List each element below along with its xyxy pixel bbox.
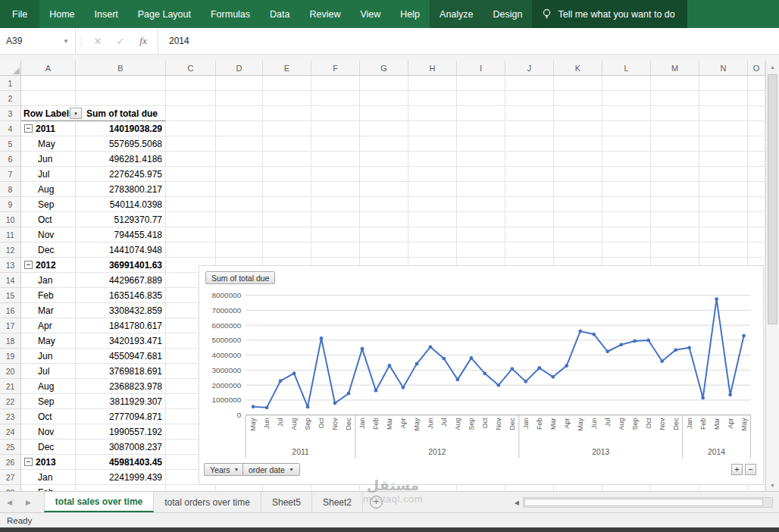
cell-B19[interactable]: 4550947.681 [76, 349, 166, 364]
column-header-H[interactable]: H [408, 61, 457, 76]
row-header-27[interactable]: 27 [0, 470, 21, 485]
cell-B7[interactable]: 2276245.975 [76, 167, 166, 182]
order-date-field-button[interactable]: order date ▼ [242, 463, 300, 476]
cell-B5[interactable]: 557695.5068 [76, 136, 166, 152]
cell-J1[interactable] [505, 76, 554, 91]
years-field-button[interactable]: Years ▼ [204, 463, 245, 476]
cell-M4[interactable] [651, 121, 699, 136]
cell-N2[interactable] [699, 91, 748, 106]
row-header-7[interactable]: 7 [0, 167, 21, 182]
row-header-26[interactable]: 26 [0, 455, 21, 470]
sheet-tab-sheet5[interactable]: Sheet5 [261, 492, 312, 512]
cell-J5[interactable] [505, 136, 554, 152]
cell-J10[interactable] [505, 212, 554, 227]
cell-M11[interactable] [651, 227, 699, 243]
cell-J11[interactable] [505, 227, 554, 243]
cell-A7[interactable]: Jul [21, 167, 76, 182]
cell-N9[interactable] [699, 197, 748, 212]
cell-C6[interactable] [166, 152, 216, 167]
cell-K8[interactable] [554, 182, 602, 197]
cell-I2[interactable] [457, 91, 505, 106]
horizontal-scroll-track[interactable] [523, 497, 773, 508]
cell-A22[interactable]: Sep [21, 394, 76, 409]
cell-F8[interactable] [311, 182, 360, 197]
column-header-G[interactable]: G [360, 61, 408, 76]
cell-I6[interactable] [457, 152, 505, 167]
cell-F5[interactable] [311, 136, 360, 152]
cell-F3[interactable] [311, 106, 360, 121]
cell-D12[interactable] [216, 243, 263, 258]
row-header-1[interactable]: 1 [0, 76, 21, 91]
row-header-19[interactable]: 19 [0, 349, 21, 364]
cell-C11[interactable] [166, 227, 216, 243]
cell-O2[interactable] [748, 91, 765, 106]
cell-I10[interactable] [457, 212, 505, 227]
cell-E28[interactable] [263, 485, 311, 491]
cell-A23[interactable]: Oct [21, 409, 76, 424]
value-field-button[interactable]: Sum of total due [205, 271, 275, 284]
cell-F9[interactable] [311, 197, 360, 212]
horizontal-scroll-thumb[interactable] [524, 499, 763, 506]
cell-J8[interactable] [505, 182, 554, 197]
column-header-N[interactable]: N [699, 61, 748, 76]
cell-L3[interactable] [602, 106, 651, 121]
cell-B3[interactable]: Sum of total due [76, 106, 166, 121]
hscroll-left-icon[interactable]: ◀ [515, 499, 519, 506]
row-header-15[interactable]: 15 [0, 288, 21, 303]
cell-B28[interactable] [76, 485, 166, 491]
cell-F7[interactable] [311, 167, 360, 182]
cell-C4[interactable] [166, 121, 216, 136]
column-header-M[interactable]: M [651, 61, 699, 76]
cell-O1[interactable] [748, 76, 765, 91]
column-header-B[interactable]: B [76, 61, 166, 76]
ribbon-tab-file[interactable]: File [0, 0, 39, 28]
ribbon-tab-formulas[interactable]: Formulas [201, 0, 260, 28]
cell-B8[interactable]: 2783800.217 [76, 182, 166, 197]
cell-K4[interactable] [554, 121, 602, 136]
scroll-down-icon[interactable]: ▼ [766, 479, 779, 491]
column-header-E[interactable]: E [263, 61, 311, 76]
cell-K9[interactable] [554, 197, 602, 212]
cell-A12[interactable]: Dec [21, 243, 76, 258]
cell-C5[interactable] [166, 136, 216, 152]
cell-G12[interactable] [360, 243, 408, 258]
column-header-J[interactable]: J [505, 61, 554, 76]
ribbon-tab-page-layout[interactable]: Page Layout [128, 0, 201, 28]
cell-J4[interactable] [505, 121, 554, 136]
cell-A28[interactable]: Feb [21, 485, 76, 491]
column-header-I[interactable]: I [457, 61, 505, 76]
cell-A17[interactable]: Apr [21, 318, 76, 333]
cell-O5[interactable] [748, 136, 765, 152]
cell-I12[interactable] [457, 243, 505, 258]
cell-H4[interactable] [408, 121, 457, 136]
cell-H9[interactable] [408, 197, 457, 212]
cell-A26[interactable]: −2013 [21, 455, 76, 470]
cell-N12[interactable] [699, 243, 748, 258]
cell-B25[interactable]: 3087008.237 [76, 440, 166, 455]
cell-E12[interactable] [263, 243, 311, 258]
column-header-A[interactable]: A [21, 61, 76, 76]
cell-H7[interactable] [408, 167, 457, 182]
enter-icon[interactable]: ✓ [109, 36, 132, 47]
cell-M3[interactable] [651, 106, 699, 121]
cell-M28[interactable] [651, 485, 699, 491]
cell-A13[interactable]: −2012 [21, 258, 76, 273]
cell-B20[interactable]: 3769818.691 [76, 364, 166, 379]
cell-E1[interactable] [263, 76, 311, 91]
cell-A16[interactable]: Mar [21, 303, 76, 318]
cell-B10[interactable]: 5129370.77 [76, 212, 166, 227]
cell-D4[interactable] [216, 121, 263, 136]
new-sheet-button[interactable]: + [363, 492, 390, 512]
ribbon-tab-design[interactable]: Design [483, 0, 533, 28]
cell-E7[interactable] [263, 167, 311, 182]
cell-B4[interactable]: 14019038.29 [76, 121, 166, 136]
cell-E6[interactable] [263, 152, 311, 167]
cell-A4[interactable]: −2011 [21, 121, 76, 136]
cell-H6[interactable] [408, 152, 457, 167]
cell-O7[interactable] [748, 167, 765, 182]
cell-M8[interactable] [651, 182, 699, 197]
cell-G9[interactable] [360, 197, 408, 212]
cell-A21[interactable]: Aug [21, 379, 76, 394]
pivot-chart[interactable]: 0100000020000003000000400000050000006000… [199, 265, 764, 485]
cell-D6[interactable] [216, 152, 263, 167]
